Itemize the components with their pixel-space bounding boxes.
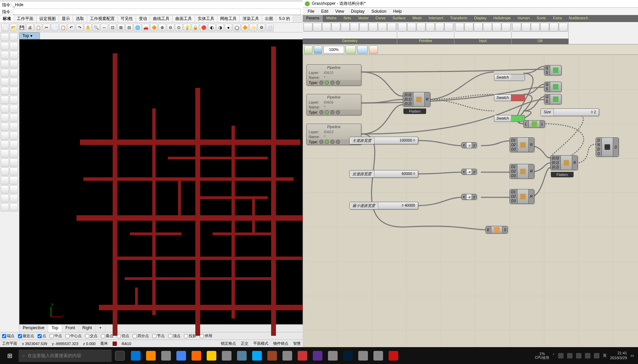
gh-sketch-button[interactable] xyxy=(369,45,378,54)
taskbar-app[interactable] xyxy=(356,349,371,363)
toolbar-button[interactable]: 📂 xyxy=(10,24,17,31)
gh-component-button[interactable] xyxy=(483,23,492,32)
side-tool-button[interactable] xyxy=(10,176,18,185)
side-tool-button[interactable] xyxy=(1,33,9,41)
taskbar-app[interactable] xyxy=(128,349,143,363)
side-tool-button[interactable] xyxy=(10,33,18,41)
gh-size-slider[interactable]: Size◊ 2 xyxy=(541,108,599,116)
status-osnap[interactable]: 物件锁点 xyxy=(273,341,288,346)
osnap-checkbox[interactable]: 切点 xyxy=(117,333,129,339)
taskbar-app[interactable] xyxy=(219,349,234,363)
gh-component-button[interactable] xyxy=(303,23,312,32)
gh-slider[interactable]: 主道路宽度100000 ◊ xyxy=(349,137,418,144)
gh-d3-component[interactable]: D1D2D3R xyxy=(510,189,534,204)
toolbar-button[interactable]: ◐ xyxy=(208,24,216,31)
gh-pipeline-component[interactable]: Pipeline Layer:RA06 Name:* Type: xyxy=(306,94,361,115)
side-tool-button[interactable] xyxy=(10,194,18,202)
osnap-checkbox[interactable]: 点 xyxy=(38,333,46,339)
side-tool-button[interactable] xyxy=(10,158,18,167)
side-tool-button[interactable] xyxy=(1,96,9,104)
rhino-viewport[interactable]: y x xyxy=(19,39,303,324)
gh-preview-component[interactable]: GS xyxy=(544,65,562,75)
toolbar-button[interactable]: 🚗 xyxy=(142,24,150,31)
taskbar-app[interactable] xyxy=(265,349,280,363)
gh-ribbon-tab[interactable]: Intersect xyxy=(425,15,446,22)
rhino-tab[interactable]: 显示 xyxy=(59,15,73,22)
side-tool-button[interactable] xyxy=(10,114,18,122)
side-tool-button[interactable] xyxy=(1,149,9,158)
gh-group-label[interactable]: Util xyxy=(512,39,568,44)
gh-component-button[interactable] xyxy=(474,23,483,32)
taskbar-app[interactable] xyxy=(249,349,265,363)
rhino-tab[interactable]: 变动 xyxy=(136,15,150,22)
side-tool-button[interactable] xyxy=(10,87,18,95)
gh-component-button[interactable] xyxy=(398,23,407,32)
gh-preview-component[interactable]: GS xyxy=(544,94,562,104)
status-grid[interactable]: 锁定格点 xyxy=(221,341,236,346)
rhino-tab[interactable]: 标准 xyxy=(0,15,14,22)
task-view-button[interactable] xyxy=(112,349,127,363)
taskbar-app[interactable] xyxy=(204,349,219,363)
status-smart[interactable]: 智慧 xyxy=(293,341,301,346)
toolbar-button[interactable]: 🔶 xyxy=(150,24,158,31)
gh-component-button[interactable] xyxy=(378,23,387,32)
toolbar-button[interactable]: 💾 xyxy=(18,24,25,31)
toolbar-button[interactable]: ⊙ xyxy=(175,24,183,31)
toolbar-button[interactable]: 🔍 xyxy=(92,24,100,31)
side-tool-button[interactable] xyxy=(10,123,18,131)
gh-group-label[interactable]: Input xyxy=(454,39,511,44)
side-tool-button[interactable] xyxy=(1,78,9,86)
gh-ribbon-tab[interactable]: Sonic xyxy=(533,15,550,22)
rhino-tab[interactable]: 曲线工具 xyxy=(150,15,173,22)
taskbar-app[interactable] xyxy=(280,349,295,363)
gh-component-button[interactable] xyxy=(464,23,473,32)
viewport-tab[interactable]: Top xyxy=(48,325,62,332)
taskbar-clock[interactable]: 21:412018/3/29 xyxy=(610,351,627,360)
gh-canvas[interactable]: Pipeline Layer:RA10 Name:* Type: Pipelin… xyxy=(303,55,638,347)
toolbar-button[interactable]: 🖨 xyxy=(26,24,34,31)
side-tool-button[interactable] xyxy=(10,51,18,59)
type-dot[interactable] xyxy=(336,81,340,85)
gh-component-button[interactable] xyxy=(492,23,501,32)
gh-ribbon-tab[interactable]: Params xyxy=(303,15,323,22)
osnap-checkbox[interactable]: 节点 xyxy=(152,333,165,339)
gh-menu-item[interactable]: Help xyxy=(390,8,405,14)
side-tool-button[interactable] xyxy=(1,132,9,140)
toolbar-button[interactable]: 🔒 xyxy=(192,24,199,31)
gh-ll-component[interactable]: LL xyxy=(523,120,545,128)
gh-ribbon-tab[interactable]: Surface xyxy=(389,15,409,22)
side-tool-button[interactable] xyxy=(10,149,18,158)
toolbar-button[interactable]: 🔴 xyxy=(200,24,207,31)
gh-preview-button[interactable] xyxy=(357,45,368,54)
osnap-checkbox[interactable]: 垂点 xyxy=(101,333,113,339)
side-tool-button[interactable] xyxy=(1,69,9,77)
rhino-tab[interactable]: 工作视窗配置 xyxy=(87,15,118,22)
gh-component-button[interactable] xyxy=(531,23,540,32)
type-dot[interactable] xyxy=(330,81,335,85)
toolbar-button[interactable]: 📄 xyxy=(51,24,59,31)
viewport-tab[interactable]: Right xyxy=(79,325,96,332)
status-layer[interactable]: RA10 xyxy=(122,342,131,346)
gh-bake-component[interactable]: DNDOD xyxy=(596,137,619,157)
gh-component-button[interactable] xyxy=(341,23,350,32)
side-tool-button[interactable] xyxy=(10,141,18,149)
gh-component-button[interactable] xyxy=(522,23,531,32)
viewport-tab[interactable]: + xyxy=(96,325,105,332)
gh-component-button[interactable] xyxy=(512,23,521,32)
gh-ribbon-tab[interactable]: Human xyxy=(514,15,533,22)
gh-ribbon-tab[interactable]: Heliotrope xyxy=(490,15,514,22)
gh-ribbon-tab[interactable]: Extra xyxy=(549,15,565,22)
side-tool-button[interactable] xyxy=(10,167,18,176)
side-tool-button[interactable] xyxy=(10,69,18,77)
gh-component-button[interactable] xyxy=(426,23,435,32)
side-tool-button[interactable] xyxy=(10,132,18,140)
toolbar-button[interactable]: ⊡ xyxy=(109,24,116,31)
gh-ribbon-tab[interactable]: Mesh xyxy=(409,15,425,22)
status-ortho[interactable]: 正交 xyxy=(241,341,248,346)
toolbar-button[interactable]: ✋ xyxy=(84,24,92,31)
layer-color-swatch[interactable] xyxy=(113,342,117,346)
osnap-checkbox[interactable]: 中心点 xyxy=(65,333,82,339)
start-button[interactable]: ⊞ xyxy=(1,349,18,363)
osnap-checkbox[interactable]: 顶点 xyxy=(168,333,181,339)
side-tool-button[interactable] xyxy=(1,51,9,59)
